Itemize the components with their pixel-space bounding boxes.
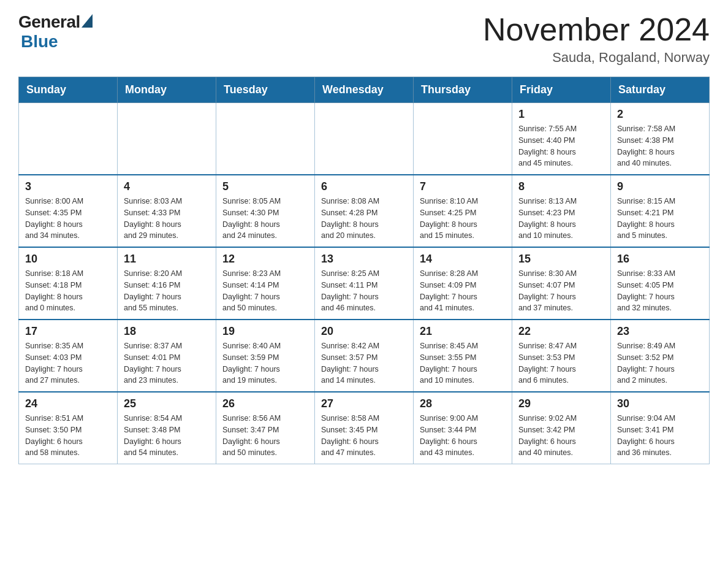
table-row: 11Sunrise: 8:20 AM Sunset: 4:16 PM Dayli… [118, 247, 216, 320]
day-number: 23 [617, 325, 703, 338]
table-row: 6Sunrise: 8:08 AM Sunset: 4:28 PM Daylig… [315, 175, 414, 247]
day-info: Sunrise: 8:33 AM Sunset: 4:05 PM Dayligh… [617, 268, 703, 314]
day-number: 15 [518, 253, 604, 266]
day-info: Sunrise: 8:18 AM Sunset: 4:18 PM Dayligh… [25, 268, 111, 314]
day-info: Sunrise: 8:40 AM Sunset: 3:59 PM Dayligh… [222, 340, 308, 386]
day-info: Sunrise: 8:20 AM Sunset: 4:16 PM Dayligh… [124, 268, 210, 314]
day-number: 26 [222, 397, 308, 410]
day-info: Sunrise: 9:04 AM Sunset: 3:41 PM Dayligh… [617, 413, 703, 459]
day-number: 14 [420, 253, 506, 266]
calendar-week-3: 10Sunrise: 8:18 AM Sunset: 4:18 PM Dayli… [19, 247, 710, 320]
day-info: Sunrise: 9:02 AM Sunset: 3:42 PM Dayligh… [518, 413, 604, 459]
table-row [315, 103, 414, 175]
header-tuesday: Tuesday [216, 77, 315, 103]
header-saturday: Saturday [611, 77, 710, 103]
day-number: 10 [25, 253, 111, 266]
header-sunday: Sunday [19, 77, 118, 103]
calendar-week-4: 17Sunrise: 8:35 AM Sunset: 4:03 PM Dayli… [19, 320, 710, 392]
table-row: 25Sunrise: 8:54 AM Sunset: 3:48 PM Dayli… [118, 392, 216, 464]
day-number: 21 [420, 325, 506, 338]
day-info: Sunrise: 8:49 AM Sunset: 3:52 PM Dayligh… [617, 340, 703, 386]
day-number: 13 [321, 253, 407, 266]
day-number: 19 [222, 325, 308, 338]
day-info: Sunrise: 8:15 AM Sunset: 4:21 PM Dayligh… [617, 196, 703, 242]
table-row [216, 103, 315, 175]
table-row: 22Sunrise: 8:47 AM Sunset: 3:53 PM Dayli… [512, 320, 611, 392]
table-row: 9Sunrise: 8:15 AM Sunset: 4:21 PM Daylig… [611, 175, 710, 247]
day-info: Sunrise: 8:54 AM Sunset: 3:48 PM Dayligh… [124, 413, 210, 459]
calendar-week-1: 1Sunrise: 7:55 AM Sunset: 4:40 PM Daylig… [19, 103, 710, 175]
day-info: Sunrise: 7:58 AM Sunset: 4:38 PM Dayligh… [617, 123, 703, 169]
day-info: Sunrise: 8:47 AM Sunset: 3:53 PM Dayligh… [518, 340, 604, 386]
day-info: Sunrise: 8:23 AM Sunset: 4:14 PM Dayligh… [222, 268, 308, 314]
day-number: 16 [617, 253, 703, 266]
table-row: 30Sunrise: 9:04 AM Sunset: 3:41 PM Dayli… [611, 392, 710, 464]
header-monday: Monday [118, 77, 216, 103]
table-row: 14Sunrise: 8:28 AM Sunset: 4:09 PM Dayli… [414, 247, 512, 320]
table-row: 29Sunrise: 9:02 AM Sunset: 3:42 PM Dayli… [512, 392, 611, 464]
day-number: 30 [617, 397, 703, 410]
table-row: 4Sunrise: 8:03 AM Sunset: 4:33 PM Daylig… [118, 175, 216, 247]
table-row: 13Sunrise: 8:25 AM Sunset: 4:11 PM Dayli… [315, 247, 414, 320]
day-number: 28 [420, 397, 506, 410]
table-row: 21Sunrise: 8:45 AM Sunset: 3:55 PM Dayli… [414, 320, 512, 392]
day-number: 1 [518, 108, 604, 121]
table-row: 7Sunrise: 8:10 AM Sunset: 4:25 PM Daylig… [414, 175, 512, 247]
table-row [414, 103, 512, 175]
table-row: 24Sunrise: 8:51 AM Sunset: 3:50 PM Dayli… [19, 392, 118, 464]
day-number: 12 [222, 253, 308, 266]
day-number: 20 [321, 325, 407, 338]
table-row: 17Sunrise: 8:35 AM Sunset: 4:03 PM Dayli… [19, 320, 118, 392]
day-info: Sunrise: 8:28 AM Sunset: 4:09 PM Dayligh… [420, 268, 506, 314]
day-info: Sunrise: 8:45 AM Sunset: 3:55 PM Dayligh… [420, 340, 506, 386]
table-row [118, 103, 216, 175]
day-info: Sunrise: 8:03 AM Sunset: 4:33 PM Dayligh… [124, 196, 210, 242]
day-info: Sunrise: 8:10 AM Sunset: 4:25 PM Dayligh… [420, 196, 506, 242]
logo: General Blue [18, 12, 93, 52]
day-number: 9 [617, 180, 703, 193]
day-number: 11 [124, 253, 210, 266]
location-title: Sauda, Rogaland, Norway [483, 50, 710, 66]
day-number: 8 [518, 180, 604, 193]
day-info: Sunrise: 8:37 AM Sunset: 4:01 PM Dayligh… [124, 340, 210, 386]
header-friday: Friday [512, 77, 611, 103]
day-info: Sunrise: 8:56 AM Sunset: 3:47 PM Dayligh… [222, 413, 308, 459]
day-info: Sunrise: 8:51 AM Sunset: 3:50 PM Dayligh… [25, 413, 111, 459]
weekday-header-row: Sunday Monday Tuesday Wednesday Thursday… [19, 77, 710, 103]
day-number: 22 [518, 325, 604, 338]
table-row: 5Sunrise: 8:05 AM Sunset: 4:30 PM Daylig… [216, 175, 315, 247]
table-row: 15Sunrise: 8:30 AM Sunset: 4:07 PM Dayli… [512, 247, 611, 320]
day-info: Sunrise: 8:08 AM Sunset: 4:28 PM Dayligh… [321, 196, 407, 242]
month-title: November 2024 [483, 12, 710, 47]
day-info: Sunrise: 8:35 AM Sunset: 4:03 PM Dayligh… [25, 340, 111, 386]
day-number: 4 [124, 180, 210, 193]
table-row: 12Sunrise: 8:23 AM Sunset: 4:14 PM Dayli… [216, 247, 315, 320]
table-row: 16Sunrise: 8:33 AM Sunset: 4:05 PM Dayli… [611, 247, 710, 320]
table-row: 19Sunrise: 8:40 AM Sunset: 3:59 PM Dayli… [216, 320, 315, 392]
table-row: 26Sunrise: 8:56 AM Sunset: 3:47 PM Dayli… [216, 392, 315, 464]
header-wednesday: Wednesday [315, 77, 414, 103]
table-row: 23Sunrise: 8:49 AM Sunset: 3:52 PM Dayli… [611, 320, 710, 392]
day-number: 17 [25, 325, 111, 338]
day-info: Sunrise: 8:00 AM Sunset: 4:35 PM Dayligh… [25, 196, 111, 242]
table-row: 1Sunrise: 7:55 AM Sunset: 4:40 PM Daylig… [512, 103, 611, 175]
logo-triangle-icon [82, 14, 93, 28]
table-row: 28Sunrise: 9:00 AM Sunset: 3:44 PM Dayli… [414, 392, 512, 464]
day-info: Sunrise: 8:25 AM Sunset: 4:11 PM Dayligh… [321, 268, 407, 314]
day-info: Sunrise: 8:05 AM Sunset: 4:30 PM Dayligh… [222, 196, 308, 242]
day-info: Sunrise: 8:58 AM Sunset: 3:45 PM Dayligh… [321, 413, 407, 459]
day-number: 29 [518, 397, 604, 410]
page-header: General Blue November 2024 Sauda, Rogala… [18, 12, 710, 66]
table-row: 27Sunrise: 8:58 AM Sunset: 3:45 PM Dayli… [315, 392, 414, 464]
day-number: 7 [420, 180, 506, 193]
calendar-week-2: 3Sunrise: 8:00 AM Sunset: 4:35 PM Daylig… [19, 175, 710, 247]
table-row: 20Sunrise: 8:42 AM Sunset: 3:57 PM Dayli… [315, 320, 414, 392]
day-number: 24 [25, 397, 111, 410]
day-info: Sunrise: 8:42 AM Sunset: 3:57 PM Dayligh… [321, 340, 407, 386]
logo-blue-text: Blue [21, 32, 58, 52]
day-number: 6 [321, 180, 407, 193]
table-row: 8Sunrise: 8:13 AM Sunset: 4:23 PM Daylig… [512, 175, 611, 247]
table-row: 18Sunrise: 8:37 AM Sunset: 4:01 PM Dayli… [118, 320, 216, 392]
day-info: Sunrise: 8:30 AM Sunset: 4:07 PM Dayligh… [518, 268, 604, 314]
calendar-week-5: 24Sunrise: 8:51 AM Sunset: 3:50 PM Dayli… [19, 392, 710, 464]
